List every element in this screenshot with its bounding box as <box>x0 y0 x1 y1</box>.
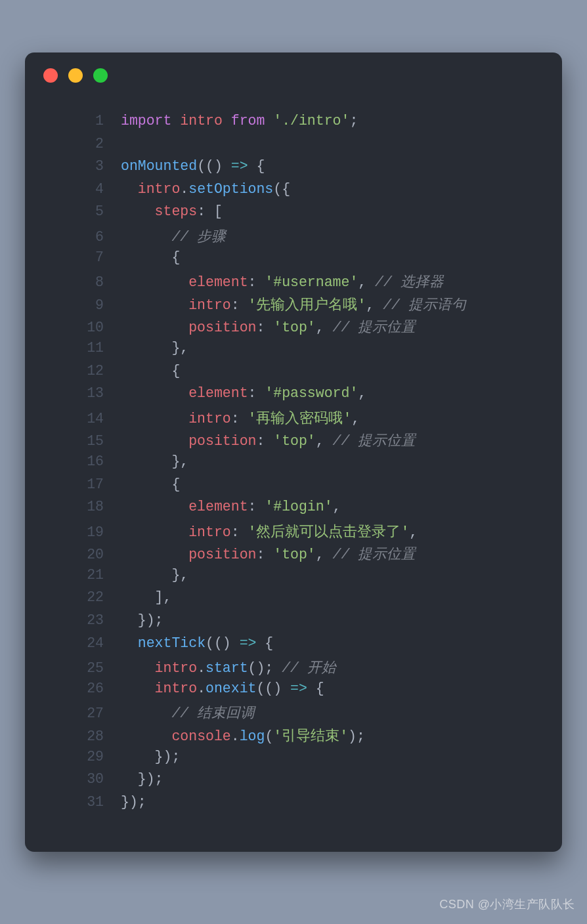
line-number: 4 <box>25 181 121 197</box>
code-line: 17 { <box>25 476 562 499</box>
code-content: position: 'top', // 提示位置 <box>121 317 416 336</box>
window-traffic-lights <box>43 68 108 83</box>
line-number: 11 <box>25 340 121 356</box>
code-content: element: '#password', <box>121 385 366 401</box>
close-icon[interactable] <box>43 68 58 83</box>
code-content: }); <box>121 771 163 787</box>
line-number: 6 <box>25 229 121 245</box>
minimize-icon[interactable] <box>68 68 83 83</box>
code-window: 1import intro from './intro';23onMounted… <box>25 52 562 852</box>
code-line: 29 }); <box>25 749 562 772</box>
line-number: 20 <box>25 547 121 562</box>
line-number: 8 <box>25 274 121 290</box>
code-line: 2 <box>25 136 562 159</box>
line-number: 21 <box>25 567 121 583</box>
code-line: 13 element: '#password', <box>25 385 562 408</box>
line-number: 12 <box>25 363 121 379</box>
line-number: 3 <box>25 158 121 174</box>
code-content: onMounted(() => { <box>121 158 265 174</box>
code-line: 1import intro from './intro'; <box>25 113 562 136</box>
code-line: 20 position: 'top', // 提示位置 <box>25 544 562 567</box>
code-line: 6 // 步骤 <box>25 226 562 249</box>
line-number: 30 <box>25 771 121 787</box>
line-number: 9 <box>25 297 121 313</box>
watermark-text: CSDN @小湾生产队队长 <box>439 896 575 912</box>
line-number: 25 <box>25 660 121 676</box>
code-line: 12 { <box>25 363 562 386</box>
line-number: 26 <box>25 681 121 696</box>
code-content: import intro from './intro'; <box>121 113 358 129</box>
code-content: }); <box>121 749 180 765</box>
code-content: element: '#login', <box>121 499 341 514</box>
maximize-icon[interactable] <box>93 68 108 83</box>
code-line: 16 }, <box>25 453 562 476</box>
code-content: console.log('引导结束'); <box>121 726 365 745</box>
code-line: 4 intro.setOptions({ <box>25 181 562 204</box>
code-content: intro: '先输入用户名哦', // 提示语句 <box>121 295 466 314</box>
code-content: ], <box>121 589 171 605</box>
code-content: nextTick(() => { <box>121 635 273 651</box>
code-content: intro.start(); // 开始 <box>121 658 336 677</box>
code-line: 21 }, <box>25 567 562 590</box>
code-content: intro: '然后就可以点击登录了', <box>121 522 418 541</box>
code-content: { <box>121 249 180 265</box>
code-line: 28 console.log('引导结束'); <box>25 726 562 749</box>
code-content: // 步骤 <box>121 226 226 245</box>
code-content: }, <box>121 340 188 356</box>
code-line: 30 }); <box>25 771 562 794</box>
code-line: 5 steps: [ <box>25 203 562 226</box>
code-line: 10 position: 'top', // 提示位置 <box>25 317 562 340</box>
code-line: 14 intro: '再输入密码哦', <box>25 408 562 431</box>
code-content: }); <box>121 794 146 810</box>
line-number: 22 <box>25 589 121 605</box>
code-content: position: 'top', // 提示位置 <box>121 430 416 450</box>
code-content: intro: '再输入密码哦', <box>121 408 360 427</box>
code-line: 18 element: '#login', <box>25 499 562 522</box>
code-line: 3onMounted(() => { <box>25 158 562 181</box>
line-number: 16 <box>25 453 121 469</box>
line-number: 13 <box>25 385 121 401</box>
code-line: 11 }, <box>25 340 562 363</box>
code-line: 23 }); <box>25 612 562 635</box>
line-number: 17 <box>25 476 121 492</box>
code-content: { <box>121 363 180 379</box>
line-number: 19 <box>25 524 121 540</box>
code-content: steps: [ <box>121 203 223 219</box>
line-number: 14 <box>25 411 121 427</box>
line-number: 31 <box>25 794 121 810</box>
line-number: 18 <box>25 499 121 514</box>
line-number: 27 <box>25 705 121 721</box>
code-content: }); <box>121 612 163 628</box>
code-line: 19 intro: '然后就可以点击登录了', <box>25 522 562 545</box>
code-line: 26 intro.onexit(() => { <box>25 681 562 704</box>
line-number: 10 <box>25 320 121 335</box>
code-content: { <box>121 476 180 492</box>
line-number: 24 <box>25 635 121 651</box>
line-number: 7 <box>25 249 121 265</box>
code-line: 8 element: '#username', // 选择器 <box>25 272 562 295</box>
code-content: element: '#username', // 选择器 <box>121 272 444 291</box>
code-content: position: 'top', // 提示位置 <box>121 544 416 563</box>
line-number: 5 <box>25 203 121 219</box>
code-content: intro.setOptions({ <box>121 181 290 197</box>
line-number: 23 <box>25 612 121 628</box>
code-line: 7 { <box>25 249 562 272</box>
line-number: 2 <box>25 136 121 152</box>
code-line: 9 intro: '先输入用户名哦', // 提示语句 <box>25 295 562 318</box>
code-line: 31}); <box>25 794 562 817</box>
line-number: 29 <box>25 749 121 765</box>
code-content: // 结束回调 <box>121 703 255 722</box>
code-content: }, <box>121 567 188 583</box>
code-line: 25 intro.start(); // 开始 <box>25 658 562 681</box>
code-content: intro.onexit(() => { <box>121 681 324 696</box>
code-line: 22 ], <box>25 589 562 612</box>
code-line: 24 nextTick(() => { <box>25 635 562 658</box>
line-number: 28 <box>25 728 121 744</box>
code-area: 1import intro from './intro';23onMounted… <box>25 113 562 836</box>
code-line: 15 position: 'top', // 提示位置 <box>25 430 562 453</box>
code-line: 27 // 结束回调 <box>25 703 562 726</box>
line-number: 15 <box>25 433 121 449</box>
code-content: }, <box>121 453 188 469</box>
line-number: 1 <box>25 113 121 129</box>
